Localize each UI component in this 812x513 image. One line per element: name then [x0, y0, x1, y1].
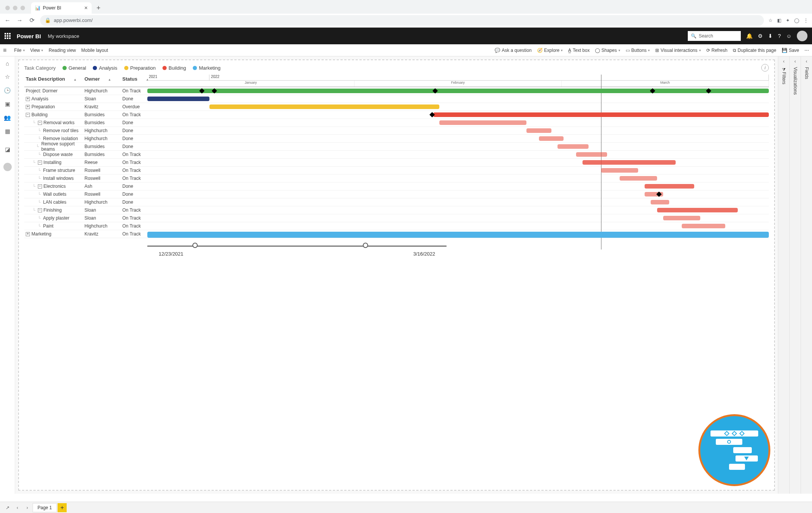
task-row[interactable]: +Preparation Kravitz Overdue: [24, 103, 769, 111]
expand-icon[interactable]: +: [26, 232, 30, 236]
collapse-icon[interactable]: −: [38, 121, 42, 125]
task-row[interactable]: └Remove support beams Burnsides Done: [24, 143, 769, 151]
browser-tab[interactable]: 📊 Power BI ✕: [31, 2, 92, 14]
user-icon[interactable]: [3, 163, 12, 171]
extension-icon[interactable]: ✦: [786, 18, 790, 23]
textbox-button[interactable]: A̲Text box: [568, 48, 590, 53]
feedback-icon[interactable]: ☺: [786, 33, 792, 39]
gantt-bar[interactable]: [209, 104, 439, 109]
collapse-icon[interactable]: −: [38, 208, 42, 212]
star-icon[interactable]: ☆: [768, 18, 773, 23]
gantt-bar[interactable]: [433, 112, 769, 117]
task-row[interactable]: +Marketing Kravitz On Track: [24, 230, 769, 238]
gantt-bar[interactable]: [539, 136, 564, 141]
task-row[interactable]: └−Removal works Burnsides Done: [24, 119, 769, 127]
gantt-bar[interactable]: [645, 184, 694, 189]
file-menu[interactable]: File▾: [14, 48, 25, 53]
task-row[interactable]: └Install windows Roswell On Track: [24, 175, 769, 182]
task-row[interactable]: └Paint Highchurch On Track: [24, 222, 769, 230]
workspace-label[interactable]: My workspace: [48, 33, 79, 39]
maximize-window-icon[interactable]: [20, 6, 25, 10]
task-row[interactable]: └−Electronics Ash Done: [24, 182, 769, 190]
task-row[interactable]: Project: Dormer Highchurch On Track: [24, 87, 769, 95]
filters-panel[interactable]: ‹ ⧩ Filters: [778, 56, 789, 494]
task-row[interactable]: └Wall outlets Roswell Done: [24, 190, 769, 198]
task-row[interactable]: +Analysis Sloan Done: [24, 95, 769, 103]
legend-item[interactable]: Building: [162, 65, 186, 71]
shapes-button[interactable]: ◯Shapes▾: [595, 48, 620, 53]
date-range-slider[interactable]: 12/23/2021 3/16/2022: [147, 246, 447, 257]
notifications-icon[interactable]: 🔔: [746, 33, 753, 39]
visual-interactions-button[interactable]: ⊞Visual interactions▾: [655, 48, 701, 53]
workspaces-icon[interactable]: ▦: [5, 128, 10, 135]
cast-icon[interactable]: ◧: [777, 18, 781, 23]
expand-icon[interactable]: +: [26, 97, 30, 101]
legend-item[interactable]: Preparation: [124, 65, 156, 71]
task-row[interactable]: └Apply plaster Sloan On Track: [24, 214, 769, 222]
gantt-bar[interactable]: [682, 224, 725, 228]
close-window-icon[interactable]: [5, 6, 10, 10]
app-title[interactable]: Power BI: [17, 33, 41, 39]
chrome-menu-icon[interactable]: ⋮: [804, 18, 808, 23]
menu-toggle-icon[interactable]: ≡: [3, 47, 6, 54]
minimize-window-icon[interactable]: [13, 6, 17, 10]
apps-icon[interactable]: ▣: [5, 101, 10, 108]
gantt-bar[interactable]: [576, 152, 607, 157]
mobile-layout-button[interactable]: Mobile layout: [81, 48, 108, 53]
app-launcher-icon[interactable]: [5, 33, 11, 39]
reading-view-button[interactable]: Reading view: [48, 48, 76, 53]
gantt-bar[interactable]: [147, 89, 769, 93]
visualizations-panel[interactable]: ‹ Visualizations: [789, 56, 801, 494]
gantt-bar[interactable]: [620, 176, 657, 181]
dataset-icon[interactable]: ◪: [5, 146, 10, 153]
favorites-icon[interactable]: ☆: [5, 73, 10, 80]
forward-icon[interactable]: →: [16, 17, 23, 24]
col-status-header[interactable]: Status▴: [121, 75, 147, 87]
gantt-bar[interactable]: [526, 128, 551, 133]
new-tab-button[interactable]: +: [93, 3, 104, 13]
gantt-bar[interactable]: [147, 232, 769, 238]
task-row[interactable]: └Dispose waste Burnsides On Track: [24, 151, 769, 159]
expand-icon[interactable]: +: [26, 105, 30, 109]
gantt-bar[interactable]: [663, 216, 700, 220]
gantt-bar[interactable]: [651, 200, 669, 204]
ask-question-button[interactable]: 💬Ask a question: [495, 48, 532, 53]
buttons-button[interactable]: ▭Buttons▾: [626, 48, 650, 53]
profile-icon[interactable]: ◯: [794, 18, 799, 23]
gantt-bar[interactable]: [147, 97, 209, 101]
task-row[interactable]: └Remove roof tiles Highchurch Done: [24, 127, 769, 135]
duplicate-button[interactable]: ⧉Duplicate this page: [733, 48, 776, 53]
col-owner-header[interactable]: Owner▴: [83, 75, 121, 87]
task-row[interactable]: └−Finishing Sloan On Track: [24, 206, 769, 214]
slider-handle-start[interactable]: [192, 243, 198, 248]
search-input[interactable]: 🔍 Search: [688, 31, 741, 41]
info-icon[interactable]: i: [761, 64, 769, 72]
settings-icon[interactable]: ⚙: [758, 33, 763, 39]
recent-icon[interactable]: 🕒: [4, 87, 11, 94]
gantt-bar[interactable]: [439, 120, 526, 125]
window-controls[interactable]: [5, 6, 25, 10]
collapse-icon[interactable]: −: [38, 161, 42, 165]
more-options-icon[interactable]: ⋯: [804, 48, 809, 53]
gantt-visual[interactable]: Task Category GeneralAnalysisPreparation…: [18, 59, 775, 491]
save-button[interactable]: 💾Save: [782, 48, 799, 53]
close-tab-icon[interactable]: ✕: [84, 5, 88, 11]
refresh-button[interactable]: ⟳Refresh: [706, 48, 728, 53]
legend-item[interactable]: Analysis: [93, 65, 117, 71]
task-row[interactable]: └−Installing Reese On Track: [24, 159, 769, 167]
gantt-bar[interactable]: [657, 208, 738, 212]
slider-handle-end[interactable]: [363, 243, 368, 248]
view-menu[interactable]: View▾: [30, 48, 44, 53]
gantt-bar[interactable]: [601, 168, 638, 173]
collapse-icon[interactable]: −: [26, 113, 30, 117]
task-row[interactable]: └Remove isolation Highchurch Done: [24, 135, 769, 143]
home-icon[interactable]: ⌂: [6, 60, 9, 67]
help-icon[interactable]: ?: [778, 33, 781, 39]
back-icon[interactable]: ←: [4, 17, 11, 24]
collapse-icon[interactable]: −: [38, 184, 42, 189]
explore-button[interactable]: 🧭Explore▾: [537, 48, 563, 53]
fields-panel[interactable]: ‹ Fields: [801, 56, 812, 494]
task-row[interactable]: └Frame structure Roswell On Track: [24, 167, 769, 175]
task-row[interactable]: └LAN cables Highchurch Done: [24, 198, 769, 206]
legend-item[interactable]: Marketing: [193, 65, 220, 71]
